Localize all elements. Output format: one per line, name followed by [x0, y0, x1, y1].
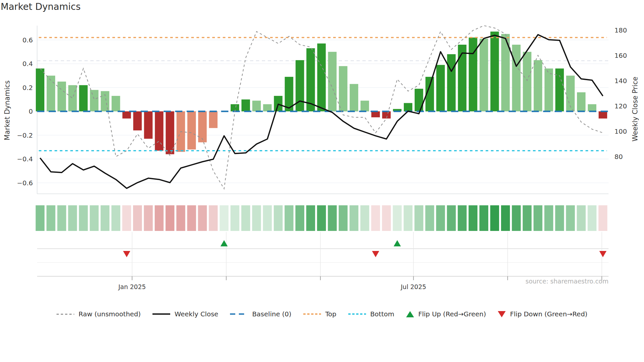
- heat-cell: [295, 205, 304, 231]
- heat-cell: [90, 205, 99, 231]
- flip-down-marker: [123, 251, 130, 257]
- bar: [101, 91, 109, 111]
- right-tick-label: 160: [614, 52, 635, 59]
- bar: [577, 92, 586, 111]
- heat-cell: [566, 205, 575, 231]
- left-tick-label: 0.6: [12, 36, 33, 44]
- bar: [599, 111, 607, 119]
- bar: [490, 32, 499, 111]
- bar: [252, 101, 261, 111]
- flip-down-triangle-icon: [498, 311, 506, 317]
- bar: [242, 100, 250, 111]
- bar: [36, 69, 44, 112]
- bar: [79, 85, 88, 111]
- bar: [447, 54, 456, 111]
- baseline-swatch-icon: [230, 313, 248, 315]
- heat-cell: [414, 205, 423, 231]
- heat-cell: [544, 205, 553, 231]
- bar: [512, 45, 520, 111]
- legend-label: Top: [325, 310, 336, 318]
- heat-cell: [122, 205, 131, 231]
- heat-cell: [436, 205, 445, 231]
- bar: [58, 81, 66, 111]
- bar: [436, 65, 445, 111]
- left-tick-label: −0.4: [12, 155, 33, 163]
- legend-item-bottom: Bottom: [348, 310, 394, 318]
- heat-cell: [111, 205, 120, 231]
- heat-cell: [198, 205, 207, 231]
- heat-cell: [403, 205, 412, 231]
- bar: [415, 89, 423, 111]
- heat-cell: [425, 205, 434, 231]
- heat-cell: [68, 205, 77, 231]
- heat-cell: [241, 205, 250, 231]
- legend-label: Baseline (0): [252, 310, 291, 318]
- bar: [480, 39, 488, 111]
- weekly-close-swatch-icon: [152, 313, 170, 315]
- bar: [534, 60, 542, 111]
- heat-cell: [577, 205, 586, 231]
- bar: [404, 103, 412, 111]
- heat-cell: [371, 205, 380, 231]
- heat-cell: [382, 205, 391, 231]
- legend-item-weekly-close: Weekly Close: [152, 310, 218, 318]
- heat-cell: [501, 205, 510, 231]
- heat-cell: [263, 205, 272, 231]
- heat-cell: [458, 205, 467, 231]
- bar: [307, 48, 315, 111]
- heat-cell: [490, 205, 499, 231]
- heat-cell: [512, 205, 521, 231]
- legend-item-top: Top: [303, 310, 336, 318]
- heat-cell: [187, 205, 196, 231]
- flip-up-marker: [220, 240, 228, 246]
- heat-cell: [101, 205, 109, 231]
- heat-cell: [469, 205, 477, 231]
- x-axis-label: Jan 2025: [106, 283, 158, 290]
- left-tick-label: 0.2: [12, 84, 33, 92]
- heat-cell: [479, 205, 488, 231]
- top-line-swatch-icon: [303, 313, 321, 315]
- legend-label: Bottom: [370, 310, 394, 318]
- bar: [166, 111, 174, 154]
- heat-cell: [46, 205, 55, 231]
- bar: [187, 111, 196, 149]
- heat-cell: [285, 205, 293, 231]
- heat-cell: [209, 205, 218, 231]
- heat-cell: [166, 205, 174, 231]
- heat-cell: [176, 205, 185, 231]
- left-tick-label: 0: [12, 107, 33, 115]
- bar: [123, 111, 131, 119]
- heat-cell: [133, 205, 142, 231]
- heat-cell: [555, 205, 564, 231]
- bar: [112, 96, 120, 111]
- bar: [350, 84, 358, 111]
- legend-label: Flip Up (Red→Green): [418, 310, 486, 318]
- bar: [523, 52, 531, 111]
- legend: Raw (unsmoothed) Weekly Close Baseline (…: [0, 310, 644, 318]
- x-axis-label: Jul 2025: [387, 283, 440, 290]
- flip-up-marker: [394, 240, 401, 246]
- left-tick-label: 0.4: [12, 60, 33, 68]
- heat-cell: [447, 205, 456, 231]
- legend-item-flip-up: Flip Up (Red→Green): [406, 310, 486, 318]
- legend-item-baseline: Baseline (0): [230, 310, 291, 318]
- heat-cell: [598, 205, 607, 231]
- heat-cell: [274, 205, 283, 231]
- heat-cell: [79, 205, 88, 231]
- bar: [317, 43, 326, 111]
- left-axis-title: Market Dynamics: [3, 55, 11, 166]
- bar: [144, 111, 152, 139]
- flip-down-marker: [599, 251, 607, 257]
- heat-cell: [144, 205, 153, 231]
- heat-cell: [57, 205, 66, 231]
- chart-title: Market Dynamics: [1, 1, 80, 12]
- right-tick-label: 100: [614, 127, 635, 135]
- marker-axis: [37, 232, 609, 280]
- right-tick-label: 180: [614, 26, 635, 34]
- left-tick-label: −0.6: [12, 179, 33, 187]
- right-tick-label: 80: [614, 153, 635, 161]
- bar: [209, 111, 218, 128]
- raw-line-swatch-icon: [57, 314, 74, 315]
- heat-cell: [393, 205, 402, 231]
- bar: [360, 101, 369, 111]
